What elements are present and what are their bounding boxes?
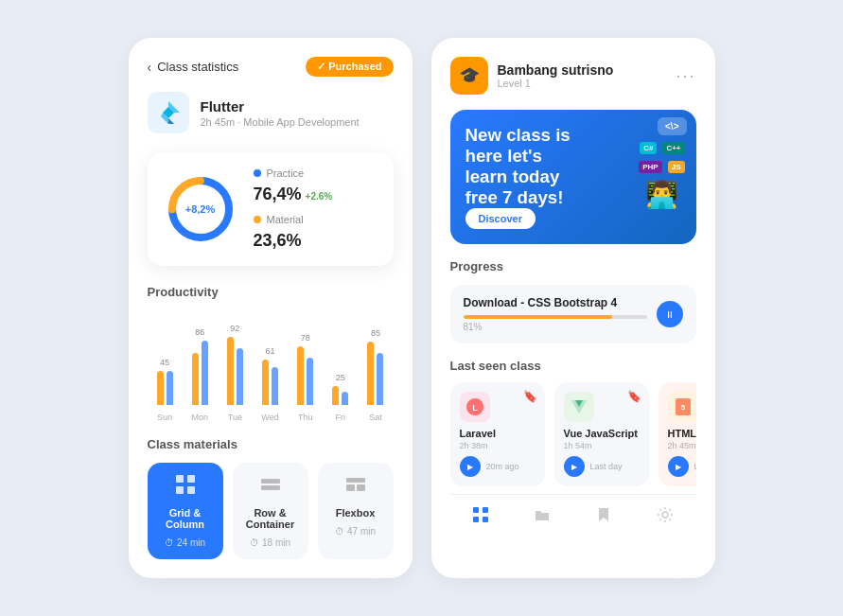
chart-value-fri: 25 xyxy=(336,373,345,382)
chart-area: 45 86 92 xyxy=(148,310,394,405)
bar-orange-sat xyxy=(367,342,374,405)
course-subtitle: 2h 45m · Mobile App Development xyxy=(201,116,360,128)
nav-settings-icon[interactable] xyxy=(657,506,674,527)
practice-label: Practice xyxy=(267,167,305,179)
app-container: ‹ Class statistics ✓ Purchased Flutter 2… xyxy=(0,9,843,607)
chart-value-tue: 92 xyxy=(230,324,239,333)
vue-name: Vue JavaScript xyxy=(564,428,640,439)
bars-fri xyxy=(332,386,348,405)
row-name: Row &Container xyxy=(246,507,294,530)
bar-orange-sun xyxy=(157,371,164,405)
php-badge: PHP xyxy=(639,161,661,173)
bars-sun xyxy=(157,371,173,405)
more-options-icon[interactable]: ··· xyxy=(676,66,695,86)
bar-blue-sat xyxy=(377,353,383,405)
left-panel: ‹ Class statistics ✓ Purchased Flutter 2… xyxy=(129,38,413,578)
bars-wed xyxy=(262,360,278,405)
bars-tue xyxy=(227,337,243,405)
day-mon: Mon xyxy=(186,413,214,422)
nav-grid-icon[interactable] xyxy=(472,506,489,527)
laravel-thumb: L xyxy=(460,392,490,422)
discover-button[interactable]: Discover xyxy=(465,208,536,229)
html-icon: 5 xyxy=(673,396,694,417)
svg-text:5: 5 xyxy=(680,403,685,412)
last-seen-section: Last seen class 🔖 L Laravel 2h 38m ▶ xyxy=(450,359,696,486)
chart-value-sat: 85 xyxy=(371,328,380,338)
bookmark-icon-laravel[interactable]: 🔖 xyxy=(523,390,537,403)
play-button-vue[interactable]: ▶ xyxy=(564,456,585,477)
svg-rect-21 xyxy=(473,507,479,513)
class-card-vue[interactable]: 🔖 Vue JavaScript 1h 54m ▶ Last day xyxy=(554,382,649,486)
material-card-grid[interactable]: Grid &Column ⏱ 24 min xyxy=(148,463,223,559)
vue-icon xyxy=(569,396,589,417)
banner-illustration: <\> C# C++ PHP JS 👨‍💻 xyxy=(637,117,686,210)
vue-thumb xyxy=(564,392,594,422)
bar-orange-tue xyxy=(227,337,234,405)
progress-bar-fill xyxy=(464,315,612,319)
bottom-nav xyxy=(450,494,696,527)
purchased-badge: ✓ Purchased xyxy=(306,57,393,77)
row-time: ⏱ 18 min xyxy=(250,537,290,548)
laravel-time-ago: 20m ago xyxy=(486,462,519,471)
class-card-html[interactable]: 🔖 5 HTML 5 2h 45m ▶ Last day xyxy=(659,382,696,486)
clock-icon-grid: ⏱ xyxy=(165,537,174,548)
nav-bookmark-icon[interactable] xyxy=(595,506,612,527)
svg-rect-11 xyxy=(261,479,280,484)
donut-label: +8,2% xyxy=(185,203,216,215)
flexbox-icon xyxy=(345,474,366,500)
person-illustration: 👨‍💻 xyxy=(637,179,686,210)
svg-point-25 xyxy=(662,512,668,518)
progress-course-label: Download - CSS Bootstrap 4 xyxy=(464,296,647,309)
play-button-html[interactable]: ▶ xyxy=(668,456,689,477)
pause-button[interactable]: ⏸ xyxy=(657,301,683,327)
flexbox-name: Flexbox xyxy=(336,507,376,519)
practice-row: Practice xyxy=(254,167,378,179)
day-sun: Sun xyxy=(151,413,179,422)
practice-change: +2.6% xyxy=(306,191,333,202)
nav-folder-icon[interactable] xyxy=(534,506,551,527)
bars-sat xyxy=(367,342,383,405)
svg-marker-3 xyxy=(168,118,174,124)
bars-thu xyxy=(297,346,313,405)
avatar: 🎓 xyxy=(450,57,488,95)
bar-blue-mon xyxy=(202,341,208,405)
banner: New class is here let's learn today free… xyxy=(450,110,696,244)
bar-blue-sun xyxy=(167,371,173,405)
material-card-flexbox[interactable]: Flexbox ⏱ 47 min xyxy=(318,463,394,559)
productivity-title: Productivity xyxy=(148,285,394,299)
svg-rect-15 xyxy=(357,484,365,491)
svg-rect-7 xyxy=(176,475,184,483)
course-icon xyxy=(148,92,189,133)
last-seen-title: Last seen class xyxy=(450,359,696,373)
materials-grid: Grid &Column ⏱ 24 min Row &Container ⏱ xyxy=(148,463,394,559)
back-arrow-icon: ‹ xyxy=(148,60,152,75)
material-card-row[interactable]: Row &Container ⏱ 18 min xyxy=(233,463,308,559)
css-badge: C# xyxy=(640,142,657,154)
laravel-duration: 2h 38m xyxy=(460,441,536,450)
bookmark-icon-vue[interactable]: 🔖 xyxy=(627,390,641,403)
material-label: Material xyxy=(267,214,304,225)
chart-col-mon: 86 xyxy=(186,327,214,405)
day-tue: Tue xyxy=(221,413,249,422)
play-button-laravel[interactable]: ▶ xyxy=(460,456,481,477)
clock-icon-flexbox: ⏱ xyxy=(335,526,344,537)
chart-days: Sun Mon Tue Wed Thu Fri Sat xyxy=(148,413,394,422)
js-badge: JS xyxy=(668,161,685,173)
course-info: Flutter 2h 45m · Mobile App Development xyxy=(148,92,394,133)
laravel-icon: L xyxy=(465,396,485,417)
svg-text:L: L xyxy=(472,403,478,413)
chart-value-sun: 45 xyxy=(160,358,169,367)
bar-blue-thu xyxy=(307,358,313,405)
practice-dot xyxy=(254,169,261,177)
grid-name: Grid &Column xyxy=(166,507,204,530)
last-seen-scroll: 🔖 L Laravel 2h 38m ▶ 20m ago xyxy=(450,382,696,486)
progress-percent: 81% xyxy=(464,322,647,332)
class-card-laravel[interactable]: 🔖 L Laravel 2h 38m ▶ 20m ago xyxy=(450,382,545,486)
user-header: 🎓 Bambang sutrisno Level 1 ··· xyxy=(450,57,696,95)
bar-orange-mon xyxy=(192,353,199,405)
back-nav[interactable]: ‹ Class statistics xyxy=(148,60,239,75)
user-info: 🎓 Bambang sutrisno Level 1 xyxy=(450,57,614,95)
flexbox-time: ⏱ 47 min xyxy=(335,526,376,537)
bar-blue-fri xyxy=(342,392,348,405)
laravel-play-row: ▶ 20m ago xyxy=(460,456,536,477)
